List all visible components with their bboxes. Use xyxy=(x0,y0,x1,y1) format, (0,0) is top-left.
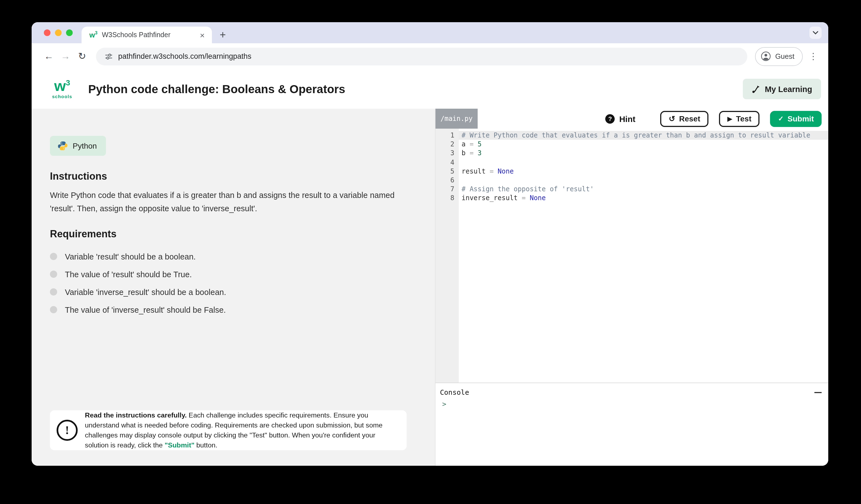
code-token-atom: None xyxy=(497,167,514,175)
maximize-window-button[interactable] xyxy=(66,29,73,36)
line-number-gutter: 12345678 xyxy=(436,129,459,382)
code-token-num: 3 xyxy=(478,150,481,157)
test-button[interactable]: ▶ Test xyxy=(719,111,760,127)
code-line-6[interactable] xyxy=(459,176,828,185)
close-window-button[interactable] xyxy=(44,29,51,36)
code-token-plain xyxy=(474,150,477,157)
requirements-list: Variable 'result' should be a boolean.Th… xyxy=(50,251,402,315)
reset-button[interactable]: ↺ Reset xyxy=(660,111,709,127)
code-token-op: = xyxy=(469,150,474,157)
line-number: 7 xyxy=(436,185,454,194)
note-submit-ref: "Submit" xyxy=(164,442,194,449)
requirement-status-icon xyxy=(50,270,57,278)
code-token-comment: # Write Python code that evaluates if a … xyxy=(462,131,810,139)
w3schools-logo[interactable]: w3 schools xyxy=(50,79,74,99)
file-tab-main-py[interactable]: /main.py xyxy=(436,109,478,129)
code-line-2[interactable]: a = 5 xyxy=(459,140,828,149)
code-token-atom: None xyxy=(530,194,546,202)
code-line-5[interactable]: result = None xyxy=(459,167,828,176)
code-line-8[interactable]: inverse_result = None xyxy=(459,194,828,202)
submit-button[interactable]: ✓ Submit xyxy=(770,111,822,127)
code-token-plain: a xyxy=(462,140,469,148)
requirement-status-icon xyxy=(50,253,57,260)
code-token-plain xyxy=(474,140,477,148)
exclamation-icon: ! xyxy=(57,420,78,441)
line-number: 1 xyxy=(436,131,454,140)
tab-title: W3Schools Pathfinder xyxy=(102,31,194,39)
code-line-7[interactable]: # Assign the opposite of 'result' xyxy=(459,185,828,194)
submit-label: Submit xyxy=(788,114,814,123)
collapse-console-icon[interactable] xyxy=(815,388,823,396)
main-content: Python Instructions Write Python code th… xyxy=(32,109,828,466)
console-label: Console xyxy=(440,388,469,396)
instructions-note: ! Read the instructions carefully. Each … xyxy=(50,410,407,450)
browser-window: w3 W3Schools Pathfinder × + ← → ↻ pathfi… xyxy=(32,22,828,466)
requirement-item: The value of 'inverse_result' should be … xyxy=(50,304,402,315)
requirement-status-icon xyxy=(50,288,57,295)
line-number: 4 xyxy=(436,158,454,167)
code-token-plain: inverse_result xyxy=(462,194,522,202)
line-number: 2 xyxy=(436,140,454,149)
browser-tab[interactable]: w3 W3Schools Pathfinder × xyxy=(82,27,212,43)
profile-button[interactable]: Guest xyxy=(755,47,803,66)
editor-toolbar: /main.py ? Hint ↺ Reset ▶ Test ✓ xyxy=(436,109,828,129)
address-bar[interactable]: pathfinder.w3schools.com/learningpaths xyxy=(96,47,748,65)
url-text: pathfinder.w3schools.com/learningpaths xyxy=(118,52,251,60)
code-editor[interactable]: 12345678 # Write Python code that evalua… xyxy=(436,129,828,382)
check-icon: ✓ xyxy=(778,115,783,123)
code-token-plain xyxy=(494,167,497,175)
browser-tab-strip: w3 W3Schools Pathfinder × + xyxy=(32,22,828,43)
w3schools-favicon-icon: w3 xyxy=(89,31,97,39)
code-token-plain: result xyxy=(462,167,490,175)
instructions-text: Write Python code that evaluates if a is… xyxy=(50,188,398,215)
code-token-plain xyxy=(525,194,530,202)
window-controls xyxy=(32,22,82,43)
note-lead: Read the instructions carefully. xyxy=(85,411,187,419)
reload-button[interactable]: ↻ xyxy=(74,48,91,65)
console-header: Console xyxy=(440,388,823,396)
requirement-item: The value of 'result' should be True. xyxy=(50,269,402,279)
challenge-panel: Python Instructions Write Python code th… xyxy=(32,109,436,466)
forward-button[interactable]: → xyxy=(57,48,74,65)
site-info-icon[interactable] xyxy=(105,52,113,60)
my-learning-button[interactable]: My Learning xyxy=(742,79,821,99)
line-number: 5 xyxy=(436,167,454,176)
hint-label: Hint xyxy=(619,114,635,123)
requirement-text: Variable 'result' should be a boolean. xyxy=(65,252,196,261)
minimize-window-button[interactable] xyxy=(55,29,62,36)
code-token-op: = xyxy=(469,140,474,148)
line-number: 8 xyxy=(436,194,454,202)
line-number: 6 xyxy=(436,176,454,185)
page-header: w3 schools Python code challenge: Boolea… xyxy=(32,69,828,109)
requirement-text: The value of 'result' should be True. xyxy=(65,270,192,279)
hint-button[interactable]: ? Hint xyxy=(605,114,635,123)
line-number: 3 xyxy=(436,149,454,158)
requirement-text: The value of 'inverse_result' should be … xyxy=(65,305,226,314)
language-badge-label: Python xyxy=(73,141,97,150)
requirement-item: Variable 'result' should be a boolean. xyxy=(50,251,402,262)
my-learning-label: My Learning xyxy=(765,85,812,94)
browser-menu-icon[interactable]: ⋮ xyxy=(806,48,820,65)
page-title: Python code challenge: Booleans & Operat… xyxy=(88,82,742,96)
code-token-op: = xyxy=(522,194,525,202)
avatar-icon xyxy=(761,51,771,61)
code-content[interactable]: # Write Python code that evaluates if a … xyxy=(459,129,828,382)
tab-close-icon[interactable]: × xyxy=(198,30,206,40)
browser-navbar: ← → ↻ pathfinder.w3schools.com/learningp… xyxy=(32,43,828,69)
code-token-comment: # Assign the opposite of 'result' xyxy=(462,185,594,193)
code-line-3[interactable]: b = 3 xyxy=(459,149,828,158)
learning-path-icon xyxy=(751,85,760,94)
code-line-1[interactable]: # Write Python code that evaluates if a … xyxy=(459,131,828,140)
console-prompt: > xyxy=(440,400,823,408)
requirement-status-icon xyxy=(50,306,57,313)
new-tab-button[interactable]: + xyxy=(212,27,234,43)
play-icon: ▶ xyxy=(727,116,732,122)
code-line-4[interactable] xyxy=(459,158,828,167)
back-button[interactable]: ← xyxy=(41,48,57,65)
reset-label: Reset xyxy=(679,114,700,123)
undo-icon: ↺ xyxy=(669,115,675,123)
requirements-heading: Requirements xyxy=(50,228,402,240)
tab-search-chevron-icon[interactable] xyxy=(809,27,822,39)
instructions-heading: Instructions xyxy=(50,171,402,182)
note-tail: button. xyxy=(194,442,217,449)
